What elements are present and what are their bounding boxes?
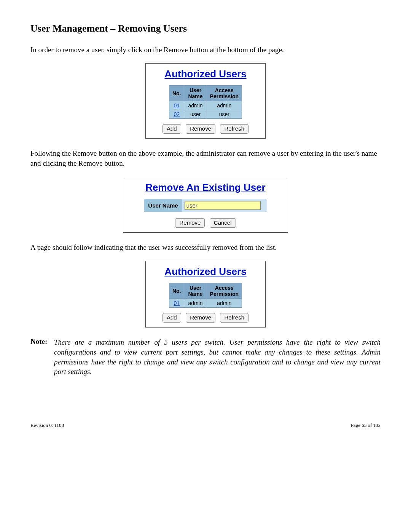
user-link[interactable]: 01 <box>174 102 180 109</box>
intro-paragraph: In order to remove a user, simply click … <box>30 45 381 55</box>
col-no: No. <box>169 283 184 299</box>
note-text: There are a maximum number of 5 users pe… <box>54 337 381 377</box>
remove-button[interactable]: Remove <box>186 124 215 134</box>
table-row: 01 admin admin <box>169 299 242 307</box>
note-label: Note: <box>30 337 54 377</box>
authorized-users-table: No. User Name Access Permission 01 admin… <box>169 283 242 308</box>
panel-heading: Remove An Existing User <box>126 182 285 193</box>
panel-heading: Authorized Users <box>149 266 262 278</box>
user-link[interactable]: 01 <box>174 300 180 306</box>
remove-button[interactable]: Remove <box>175 218 205 228</box>
authorized-users-table: No. User Name Access Permission 01 admin… <box>169 85 242 119</box>
col-no: No. <box>169 85 184 101</box>
remove-user-form: User Name <box>144 199 267 212</box>
remove-user-panel: Remove An Existing User User Name Remove… <box>123 177 288 233</box>
page-title: User Management – Removing Users <box>30 23 381 34</box>
panel-heading: Authorized Users <box>149 68 262 80</box>
cell-user: user <box>184 110 207 118</box>
col-user: User Name <box>184 85 207 101</box>
cell-access: admin <box>207 299 242 307</box>
cell-access: admin <box>207 101 242 110</box>
cancel-button[interactable]: Cancel <box>210 218 236 228</box>
authorized-users-panel-after: Authorized Users No. User Name Access Pe… <box>145 261 266 328</box>
authorized-users-panel-before: Authorized Users No. User Name Access Pe… <box>145 63 266 139</box>
table-row: 02 user user <box>169 110 242 118</box>
username-input[interactable] <box>185 201 261 210</box>
remove-button[interactable]: Remove <box>186 313 215 323</box>
cell-access: user <box>207 110 242 118</box>
col-user: User Name <box>184 283 207 299</box>
table-row: 01 admin admin <box>169 101 242 110</box>
cell-user: admin <box>184 101 207 110</box>
refresh-button[interactable]: Refresh <box>220 124 249 134</box>
username-label: User Name <box>144 199 182 212</box>
col-access: Access Permission <box>207 283 242 299</box>
user-link[interactable]: 02 <box>174 111 180 117</box>
add-button[interactable]: Add <box>162 124 181 134</box>
col-access: Access Permission <box>207 85 242 101</box>
paragraph: Following the Remove button on the above… <box>30 149 381 168</box>
refresh-button[interactable]: Refresh <box>220 313 249 323</box>
cell-user: admin <box>184 299 207 307</box>
page-number: Page 65 of 102 <box>351 422 381 428</box>
revision-text: Revision 071108 <box>30 422 64 428</box>
add-button[interactable]: Add <box>162 313 181 323</box>
paragraph: A page should follow indicating that the… <box>30 243 381 252</box>
